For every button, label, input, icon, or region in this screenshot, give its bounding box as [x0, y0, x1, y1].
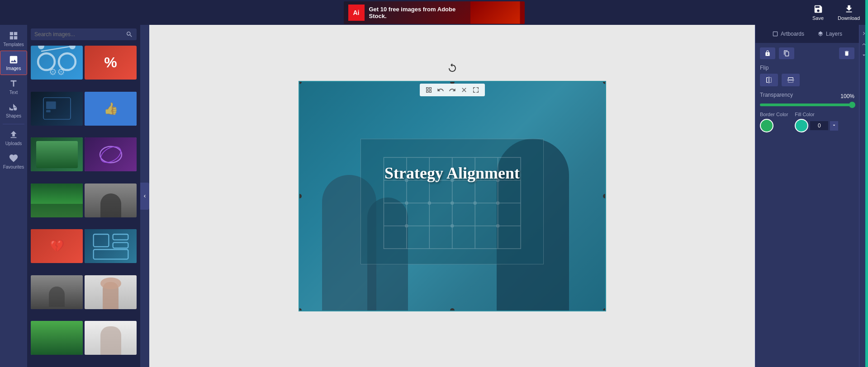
redo-button[interactable]	[448, 85, 457, 94]
transparency-slider[interactable]	[760, 104, 854, 106]
top-right-actions: Save Download	[809, 2, 863, 23]
svg-point-34	[451, 225, 453, 227]
image-panel: % 👍	[27, 25, 140, 367]
tab-artboards[interactable]: Artboards	[767, 28, 810, 39]
sidebar-item-images[interactable]: Images	[0, 51, 27, 75]
teal-accent-strip	[865, 25, 868, 367]
list-item[interactable]: 💔	[31, 229, 83, 263]
list-item[interactable]	[31, 46, 83, 80]
border-color-swatch[interactable]	[760, 119, 773, 132]
thumbnail-image	[85, 229, 137, 263]
search-input[interactable]	[34, 31, 123, 38]
chevron-left-icon	[142, 193, 147, 199]
fill-value-input[interactable]	[810, 121, 828, 130]
list-item[interactable]	[85, 137, 137, 171]
layers-icon	[817, 31, 824, 37]
canvas-close-button[interactable]	[460, 85, 469, 94]
color-row: Border Color Fill Color	[760, 112, 854, 132]
list-item[interactable]	[31, 137, 83, 171]
list-item[interactable]	[85, 184, 137, 217]
lock-button[interactable]	[760, 47, 775, 59]
thumbnail-image	[31, 321, 83, 355]
flip-vertical-button[interactable]	[782, 74, 800, 86]
canvas-frame[interactable]: Strategy Alignment	[299, 81, 606, 311]
canvas-toolbar	[420, 84, 485, 96]
sidebar-item-shapes[interactable]: Shapes	[0, 99, 27, 122]
fill-color-label: Fill Color	[795, 112, 838, 117]
sidebar-divider	[3, 124, 24, 124]
transparency-row: Transparency 100%	[760, 92, 854, 101]
circuit-pattern	[361, 139, 544, 267]
adobe-logo: Ai	[348, 5, 365, 21]
fill-dropdown-button[interactable]	[830, 121, 838, 131]
thumbnail-image	[31, 92, 83, 126]
adobe-banner[interactable]: Ai Get 10 free images from Adobe Stock.	[344, 1, 525, 24]
canvas-grid-button[interactable]	[424, 85, 433, 94]
download-button[interactable]: Download	[834, 2, 863, 23]
left-sidebar: Templates Images Text Shapes Uploads Fav…	[0, 25, 27, 367]
svg-point-30	[451, 202, 453, 204]
svg-point-0	[38, 53, 55, 70]
thumbnail-image: 💔	[31, 229, 83, 263]
undo-button[interactable]	[436, 85, 445, 94]
undo-icon	[437, 86, 444, 94]
list-item[interactable]	[85, 321, 137, 355]
svg-rect-7	[46, 110, 51, 113]
list-item[interactable]	[31, 275, 83, 309]
list-item[interactable]	[85, 229, 137, 263]
right-panel-tabs: Artboards Layers	[755, 25, 859, 43]
thumbnail-image	[85, 137, 137, 171]
text-icon	[9, 79, 19, 89]
canvas-area: Strategy Alignment	[149, 25, 755, 367]
flip-buttons	[760, 74, 854, 86]
svg-point-4	[69, 46, 76, 49]
fill-value-row	[810, 121, 838, 131]
svg-point-29	[428, 202, 431, 204]
tab-layers[interactable]: Layers	[812, 28, 848, 39]
svg-point-1	[59, 53, 76, 70]
list-item[interactable]	[31, 321, 83, 355]
list-item[interactable]	[85, 275, 137, 309]
heart-icon	[9, 153, 19, 163]
lock-icon	[764, 50, 771, 56]
sidebar-item-favourites[interactable]: Favourites	[0, 150, 27, 173]
svg-point-28	[405, 202, 408, 204]
list-item[interactable]: 👍	[85, 92, 137, 126]
transparency-section: Transparency 100%	[760, 92, 854, 106]
svg-point-33	[405, 225, 408, 227]
svg-point-32	[496, 202, 499, 204]
list-item[interactable]	[31, 92, 83, 126]
fill-color-swatch[interactable]	[795, 119, 808, 132]
copy-button[interactable]	[779, 47, 794, 59]
sidebar-item-uploads[interactable]: Uploads	[0, 126, 27, 150]
canvas-expand-button[interactable]	[471, 85, 480, 94]
flip-horizontal-icon	[765, 76, 773, 84]
sidebar-item-text[interactable]: Text	[0, 75, 27, 99]
border-color-label: Border Color	[760, 112, 788, 117]
canvas-container: Strategy Alignment	[299, 81, 606, 311]
thumbnail-image	[31, 184, 83, 217]
svg-rect-6	[46, 101, 56, 109]
fill-color-group: Fill Color	[795, 112, 838, 132]
rotate-handle[interactable]	[447, 63, 458, 74]
grid-view-icon	[425, 86, 432, 94]
delete-icon	[844, 50, 850, 56]
sidebar-item-templates[interactable]: Templates	[0, 27, 27, 51]
svg-point-35	[496, 225, 499, 227]
list-item[interactable]	[31, 184, 83, 217]
panel-collapse-button[interactable]	[140, 183, 149, 210]
svg-line-2	[41, 46, 72, 52]
flip-horizontal-button[interactable]	[760, 74, 778, 86]
image-icon	[9, 55, 19, 65]
save-button[interactable]: Save	[809, 2, 827, 23]
upload-icon	[9, 130, 19, 140]
chevron-down-icon	[831, 122, 837, 128]
svg-point-8	[100, 146, 122, 163]
close-icon	[460, 86, 468, 94]
top-banner: Ai Get 10 free images from Adobe Stock. …	[0, 0, 868, 25]
list-item[interactable]: %	[85, 46, 137, 80]
thumbnail-image	[31, 137, 83, 171]
delete-button[interactable]	[839, 47, 854, 59]
svg-rect-13	[93, 249, 128, 259]
slider-thumb	[849, 102, 855, 108]
